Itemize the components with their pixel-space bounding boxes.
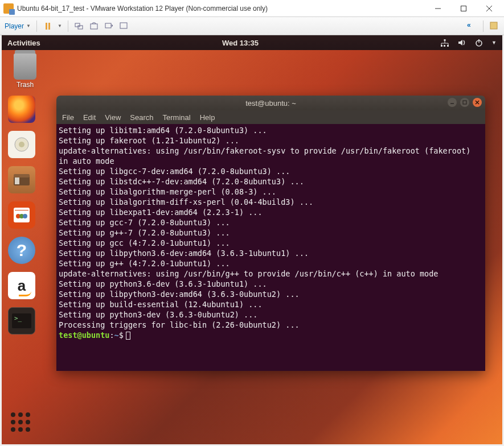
vmware-toolbar: Player ▼ ▼ « [0, 17, 504, 35]
terminal-output-line: Setting up gcc (4:7.2.0-1ubuntu1) ... [59, 238, 483, 248]
terminal-output-line: Setting up g++-7 (7.2.0-8ubuntu3) ... [59, 228, 483, 238]
svg-rect-13 [444, 39, 446, 41]
terminal-output-line: Processing triggers for libc-bin (2.26-0… [59, 320, 483, 330]
terminal-window: test@ubuntu: ~ File Edit View Search Ter… [56, 96, 485, 371]
dock-help[interactable]: ? [8, 237, 35, 264]
collapse-toolbar-button[interactable]: « [467, 21, 477, 31]
svg-point-21 [19, 142, 24, 147]
snapshot-button[interactable] [89, 21, 99, 31]
terminal-title-text: test@ubuntu: ~ [245, 99, 296, 108]
menu-terminal[interactable]: Terminal [163, 113, 191, 122]
menu-file[interactable]: File [62, 113, 74, 122]
terminal-body[interactable]: Setting up libitm1:amd64 (7.2.0-8ubuntu3… [56, 124, 485, 371]
chevron-down-icon: ▼ [26, 23, 31, 28]
dock-firefox[interactable] [8, 96, 35, 123]
terminal-maximize-button[interactable] [460, 98, 469, 107]
fullscreen-button[interactable] [118, 21, 129, 31]
terminal-output-line: Setting up libgcc-7-dev:amd64 (7.2.0-8ub… [59, 166, 483, 176]
terminal-output-line: Setting up libexpat1-dev:amd64 (2.2.3-1)… [59, 207, 483, 217]
trash-icon[interactable]: Trash [10, 53, 40, 89]
toolbar-separator [483, 20, 483, 32]
svg-rect-29 [463, 101, 466, 104]
terminal-output-line: Setting up python3-dev (3.6.3-0ubuntu2) … [59, 309, 483, 320]
trash-label: Trash [10, 81, 40, 89]
player-menu-label: Player [5, 22, 24, 30]
dock-amazon[interactable]: a [8, 272, 35, 299]
menu-edit[interactable]: Edit [83, 113, 96, 122]
manage-button[interactable] [489, 21, 499, 31]
vmware-titlebar: Ubuntu 64-bit_17_test - VMware Workstati… [0, 0, 504, 17]
svg-rect-8 [120, 23, 127, 28]
dock: ? a >_ [6, 96, 37, 334]
svg-rect-10 [441, 45, 442, 47]
maximize-button[interactable] [450, 1, 476, 16]
svg-rect-5 [78, 26, 83, 29]
terminal-output-line: Setting up libpython3-dev:amd64 (3.6.3-0… [59, 289, 483, 299]
menu-view[interactable]: View [105, 113, 121, 122]
terminal-output-line: Setting up libalgorithm-diff-xs-perl (0.… [59, 197, 483, 207]
svg-rect-1 [461, 6, 466, 11]
clock-button[interactable]: Wed 13:35 [40, 39, 440, 47]
terminal-close-button[interactable] [473, 98, 482, 107]
terminal-output-line: Setting up libalgorithm-merge-perl (0.08… [59, 187, 483, 197]
close-button[interactable] [476, 1, 502, 16]
network-icon[interactable] [440, 38, 449, 47]
chevron-down-icon[interactable]: ▼ [491, 40, 497, 46]
system-status-area[interactable]: ▼ [440, 38, 497, 47]
terminal-output-line: update-alternatives: using /usr/bin/fake… [59, 146, 483, 166]
unity-mode-button[interactable] [104, 21, 114, 31]
menu-help[interactable]: Help [200, 113, 215, 122]
dock-terminal[interactable]: >_ [8, 307, 35, 334]
send-ctrl-alt-del-button[interactable] [74, 21, 84, 31]
window-controls [425, 1, 502, 16]
svg-rect-7 [105, 23, 111, 28]
terminal-output-line: Setting up python3.6-dev (3.6.3-1ubuntu1… [59, 279, 483, 289]
toolbar-separator [68, 20, 68, 32]
minimize-button[interactable] [425, 1, 450, 16]
menu-search[interactable]: Search [130, 113, 153, 122]
terminal-output-line: Setting up libstdc++-7-dev:amd64 (7.2.0-… [59, 176, 483, 187]
power-icon[interactable] [474, 38, 483, 47]
terminal-output-line: Setting up libpython3.6-dev:amd64 (3.6.3… [59, 248, 483, 258]
terminal-output-line: Setting up build-essential (12.4ubuntu1)… [59, 299, 483, 309]
svg-rect-12 [447, 45, 449, 47]
dock-software[interactable] [8, 201, 35, 229]
svg-rect-6 [91, 24, 97, 29]
svg-rect-11 [444, 45, 445, 47]
terminal-output-line: Setting up fakeroot (1.21-1ubuntu2) ... [59, 135, 483, 146]
show-applications-button[interactable] [11, 412, 30, 432]
dock-files[interactable] [8, 166, 35, 193]
vmware-icon [3, 3, 14, 14]
dock-rhythmbox[interactable] [8, 131, 35, 158]
terminal-output-line: Setting up g++ (4:7.2.0-1ubuntu1) ... [59, 258, 483, 269]
chevron-down-icon[interactable]: ▼ [58, 23, 62, 28]
pause-vm-button[interactable] [43, 21, 53, 31]
terminal-titlebar[interactable]: test@ubuntu: ~ [56, 96, 485, 110]
terminal-menubar: File Edit View Search Terminal Help [56, 110, 485, 124]
volume-icon[interactable] [457, 38, 466, 47]
svg-rect-4 [75, 23, 80, 27]
player-menu-button[interactable]: Player ▼ [5, 22, 31, 30]
svg-rect-24 [15, 177, 19, 184]
guest-display[interactable]: Activities Wed 13:35 ▼ Trash ? a >_ [2, 35, 502, 444]
terminal-output-line: Setting up libitm1:amd64 (7.2.0-8ubuntu3… [59, 125, 483, 135]
terminal-prompt[interactable]: test@ubuntu:~$ [59, 330, 483, 340]
activities-button[interactable]: Activities [7, 39, 40, 47]
desktop[interactable]: Trash ? a >_ test@ubuntu: ~ [2, 50, 502, 444]
svg-rect-9 [490, 22, 497, 29]
toolbar-separator [36, 20, 37, 32]
terminal-minimize-button[interactable] [448, 98, 457, 107]
svg-point-27 [23, 214, 27, 218]
terminal-output-line: Setting up gcc-7 (7.2.0-8ubuntu3) ... [59, 217, 483, 228]
svg-rect-23 [14, 174, 30, 177]
terminal-output-line: update-alternatives: using /usr/bin/g++ … [59, 269, 483, 279]
vmware-window-title: Ubuntu 64-bit_17_test - VMware Workstati… [17, 5, 425, 13]
gnome-topbar: Activities Wed 13:35 ▼ [2, 35, 502, 50]
